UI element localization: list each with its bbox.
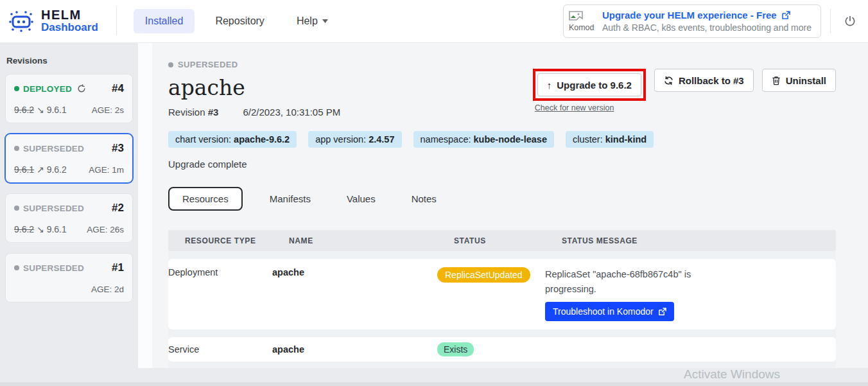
revision-number: #3 bbox=[208, 107, 219, 118]
trend-arrow-icon: ↘ bbox=[37, 105, 44, 115]
header-divider bbox=[116, 7, 117, 35]
col-status: STATUS bbox=[454, 236, 562, 245]
resource-name-cell: apache bbox=[272, 344, 437, 355]
banner-title: Upgrade your HELM experience - Free bbox=[602, 10, 777, 21]
release-actions: ↑ Upgrade to 9.6.2 Check for new version… bbox=[533, 69, 836, 112]
check-new-version-link[interactable]: Check for new version bbox=[535, 103, 646, 112]
resource-name-cell: apache bbox=[272, 267, 437, 277]
external-link-icon bbox=[658, 308, 666, 316]
up-arrow-icon: ↑ bbox=[547, 80, 552, 91]
uninstall-button[interactable]: Uninstall bbox=[762, 69, 836, 92]
nav-installed[interactable]: Installed bbox=[134, 9, 195, 33]
banner-image-alt-text: Komod bbox=[569, 23, 595, 32]
release-detail-panel: SUPERSEDED apache Revision #3 6/2/2023, … bbox=[138, 43, 868, 368]
chevron-down-icon bbox=[322, 19, 328, 23]
rollback-button[interactable]: Rollback to #3 bbox=[654, 69, 754, 92]
revision-timestamp: 6/2/2023, 10:31:05 PM bbox=[243, 107, 340, 118]
col-resource-type: RESOURCE TYPE bbox=[185, 236, 289, 245]
tab-manifests[interactable]: Manifests bbox=[261, 188, 320, 210]
power-icon bbox=[844, 15, 856, 28]
upgrade-button[interactable]: ↑ Upgrade to 9.6.2 bbox=[537, 73, 641, 96]
resource-type-cell: Deployment bbox=[168, 267, 272, 277]
logo-text-dashboard: Dashboard bbox=[41, 22, 98, 34]
col-status-message: STATUS MESSAGE bbox=[562, 236, 836, 245]
external-link-icon bbox=[781, 11, 790, 20]
tab-resources[interactable]: Resources bbox=[168, 187, 243, 211]
top-bar: HELM Dashboard Installed Repository Help… bbox=[0, 0, 868, 43]
nav-help[interactable]: Help bbox=[285, 9, 340, 33]
table-row: Deployment apache ReplicaSetUpdated Repl… bbox=[168, 259, 836, 329]
revision-status: DEPLOYED bbox=[23, 84, 72, 94]
nav-repository[interactable]: Repository bbox=[204, 9, 275, 33]
detail-tabs: Resources Manifests Values Notes bbox=[168, 187, 836, 211]
revision-label: Revision bbox=[168, 107, 208, 118]
chart-version-badge: chart version: apache-9.6.2 bbox=[168, 131, 297, 148]
troubleshoot-komodor-button[interactable]: Troubleshoot in Komodor bbox=[545, 302, 674, 321]
trend-arrow-icon: ↗ bbox=[37, 164, 44, 175]
activate-windows-watermark: Activate Windows bbox=[684, 367, 780, 382]
new-version: 9.6.1 bbox=[47, 224, 67, 234]
new-version: 9.6.1 bbox=[47, 105, 67, 115]
reload-icon[interactable] bbox=[77, 84, 86, 93]
banner-subtitle: Auth & RBAC, k8s events, troubleshooting… bbox=[602, 22, 812, 33]
trash-icon bbox=[772, 76, 781, 85]
red-highlight-box: ↑ Upgrade to 9.6.2 bbox=[533, 69, 646, 101]
resources-table: RESOURCE TYPE NAME STATUS STATUS MESSAGE… bbox=[168, 230, 836, 368]
namespace-badge: namespace: kube-node-lease bbox=[413, 131, 554, 148]
bottom-strip: Activate Windows bbox=[0, 368, 868, 386]
status-dot bbox=[14, 265, 19, 270]
tab-notes[interactable]: Notes bbox=[403, 188, 446, 210]
page-title: apache bbox=[168, 75, 340, 100]
old-version: 9.6.2 bbox=[14, 224, 34, 234]
revision-number: #3 bbox=[112, 142, 124, 155]
logo-text-helm: HELM bbox=[41, 8, 98, 22]
release-meta-badges: chart version: apache-9.6.2 app version:… bbox=[168, 131, 836, 148]
komodor-upgrade-banner[interactable]: Komod Upgrade your HELM experience - Fre… bbox=[563, 4, 821, 38]
old-version: 9.6.2 bbox=[14, 105, 34, 115]
revision-status: SUPERSEDED bbox=[23, 204, 84, 213]
helm-logo-icon bbox=[8, 10, 35, 33]
status-dot bbox=[14, 86, 19, 91]
sidebar-title: Revisions bbox=[6, 56, 133, 66]
release-description: Upgrade complete bbox=[168, 159, 836, 170]
trend-arrow-icon: ↘ bbox=[37, 224, 44, 234]
revision-status: SUPERSEDED bbox=[23, 263, 84, 273]
status-dot bbox=[14, 206, 19, 211]
status-dot bbox=[14, 146, 19, 151]
revision-status: SUPERSEDED bbox=[23, 144, 84, 154]
revision-age: AGE: 2s bbox=[92, 105, 124, 115]
revision-card-2[interactable]: SUPERSEDED #2 9.6.2 ↘ 9.6.1 AGE: 26s bbox=[5, 193, 133, 243]
table-header-row: RESOURCE TYPE NAME STATUS STATUS MESSAGE bbox=[168, 230, 836, 251]
resource-type-cell: Service bbox=[168, 344, 272, 355]
rollback-icon bbox=[664, 76, 673, 85]
new-version: 9.6.2 bbox=[47, 164, 67, 175]
release-status-label: SUPERSEDED bbox=[178, 60, 238, 69]
broken-image-icon bbox=[569, 11, 583, 23]
header-divider bbox=[830, 9, 831, 33]
revision-number: #2 bbox=[112, 202, 124, 215]
revision-age: AGE: 2d bbox=[91, 285, 124, 294]
revision-number: #4 bbox=[112, 82, 124, 95]
status-dot bbox=[168, 62, 173, 67]
table-row: Service apache Exists bbox=[168, 337, 836, 362]
cluster-badge: cluster: kind-kind bbox=[566, 131, 654, 148]
helm-dashboard-logo[interactable]: HELM Dashboard bbox=[8, 8, 98, 34]
revision-age: AGE: 1m bbox=[89, 165, 124, 175]
tab-values[interactable]: Values bbox=[338, 188, 385, 210]
power-button[interactable] bbox=[841, 12, 859, 30]
revision-card-4[interactable]: DEPLOYED #4 9.6.2 ↘ 9.6.1 AGE: 2s bbox=[5, 74, 133, 123]
status-badge: Exists bbox=[437, 342, 474, 356]
revision-card-1[interactable]: SUPERSEDED #1 AGE: 2d bbox=[5, 253, 133, 303]
app-version-badge: app version: 2.4.57 bbox=[308, 131, 401, 148]
revision-card-3[interactable]: SUPERSEDED #3 9.6.1 ↗ 9.6.2 AGE: 1m bbox=[5, 134, 133, 183]
old-version: 9.6.1 bbox=[14, 164, 34, 175]
revision-number: #1 bbox=[112, 261, 124, 274]
revision-age: AGE: 26s bbox=[87, 225, 124, 234]
main-nav: Installed Repository Help bbox=[134, 9, 340, 33]
col-name: NAME bbox=[289, 236, 454, 245]
status-badge: ReplicaSetUpdated bbox=[437, 267, 530, 283]
revisions-sidebar: Revisions DEPLOYED #4 9.6.2 ↘ 9.6.1 AGE:… bbox=[0, 43, 138, 368]
status-message: ReplicaSet "apache-68fb867c4b" is progre… bbox=[545, 267, 706, 297]
